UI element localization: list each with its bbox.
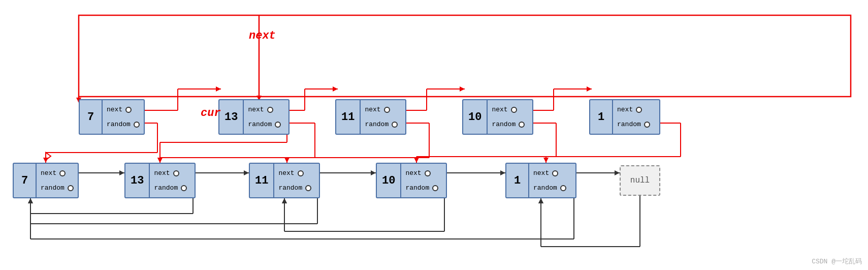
node-top-1-value: 1 [590, 100, 613, 134]
svg-marker-61 [28, 198, 33, 203]
node-bottom-11: 11 next random [249, 163, 320, 198]
svg-marker-57 [615, 170, 620, 175]
node-top-13-fields: next random [244, 100, 285, 134]
svg-rect-0 [79, 15, 851, 97]
svg-marker-75 [538, 198, 543, 203]
node-bottom-11-random-dot [305, 185, 311, 191]
node-bottom-10-next-dot [425, 170, 431, 176]
svg-marker-53 [371, 170, 376, 175]
watermark: CSDN @一坨乱码 [812, 257, 862, 266]
arrows-svg [0, 0, 868, 270]
svg-marker-47 [543, 158, 549, 163]
node-bottom-10-random-dot [432, 185, 438, 191]
node-top-11: 11 next random [335, 99, 406, 135]
svg-marker-42 [414, 158, 419, 163]
node-top-7-next: next [107, 106, 140, 113]
svg-marker-33 [284, 158, 290, 163]
node-top-13: 13 next random [218, 99, 290, 135]
node-bottom-1-fields: next random [529, 164, 570, 197]
svg-marker-37 [587, 86, 592, 92]
node-bottom-11-next-dot [298, 170, 304, 176]
node-bottom-7: 7 next random [13, 163, 79, 198]
svg-marker-82 [157, 158, 163, 163]
node-top-7-next-dot [125, 107, 132, 113]
svg-marker-68 [282, 198, 287, 203]
null-box: null [620, 165, 660, 196]
svg-marker-28 [460, 86, 465, 92]
svg-marker-49 [119, 170, 124, 175]
node-top-7-fields: next random [103, 100, 144, 134]
svg-marker-77 [282, 198, 287, 203]
node-top-1-next-dot [636, 107, 642, 113]
node-top-13-next-dot [267, 107, 273, 113]
node-top-1: 1 next random [589, 99, 660, 135]
label-next: next [249, 29, 276, 42]
node-bottom-11-value: 11 [250, 164, 274, 197]
svg-marker-8 [216, 86, 221, 92]
node-bottom-11-fields: next random [274, 164, 315, 197]
node-bottom-13-value: 13 [125, 164, 150, 197]
svg-marker-22 [160, 158, 165, 163]
node-top-11-value: 11 [336, 100, 361, 134]
node-top-10: 10 next random [462, 99, 533, 135]
node-top-1-fields: next random [613, 100, 654, 134]
svg-marker-18 [333, 86, 338, 92]
node-bottom-10-value: 10 [377, 164, 401, 197]
node-bottom-1-value: 1 [506, 164, 529, 197]
node-bottom-7-next-dot [59, 170, 66, 176]
node-top-11-next-dot [384, 107, 390, 113]
node-bottom-1: 1 next random [505, 163, 576, 198]
node-top-10-next-dot [511, 107, 517, 113]
node-top-13-value: 13 [219, 100, 244, 134]
node-bottom-1-random-dot [560, 185, 566, 191]
node-top-11-random-dot [392, 122, 398, 128]
node-bottom-13-random-dot [181, 185, 187, 191]
node-top-7-value: 7 [80, 100, 103, 134]
node-bottom-13-fields: next random [150, 164, 191, 197]
diagram-container: 7 next random 13 next random 11 [0, 0, 868, 270]
node-top-7: 7 next random [79, 99, 145, 135]
node-bottom-7-fields: next random [37, 164, 78, 197]
svg-marker-76 [28, 198, 33, 203]
node-bottom-10-fields: next random [401, 164, 442, 197]
node-top-10-random-dot [519, 122, 525, 128]
node-bottom-13: 13 next random [124, 163, 196, 198]
svg-marker-78 [538, 198, 543, 203]
node-top-13-random-dot [275, 122, 281, 128]
node-top-7-random: random [107, 121, 140, 128]
node-top-7-random-dot [134, 122, 140, 128]
label-cur: cur [201, 107, 221, 119]
svg-marker-51 [244, 170, 249, 175]
node-top-1-random-dot [644, 122, 650, 128]
svg-marker-24 [157, 158, 163, 163]
node-bottom-7-random-dot [68, 185, 74, 191]
node-bottom-7-value: 7 [14, 164, 37, 197]
svg-marker-55 [500, 170, 505, 175]
node-bottom-10: 10 next random [376, 163, 447, 198]
node-top-11-fields: next random [361, 100, 402, 134]
node-top-10-value: 10 [463, 100, 488, 134]
svg-marker-12 [46, 153, 51, 160]
node-top-10-fields: next random [488, 100, 529, 134]
node-bottom-1-next-dot [552, 170, 558, 176]
null-label: null [630, 176, 650, 185]
svg-marker-14 [43, 158, 48, 163]
node-bottom-13-next-dot [173, 170, 179, 176]
